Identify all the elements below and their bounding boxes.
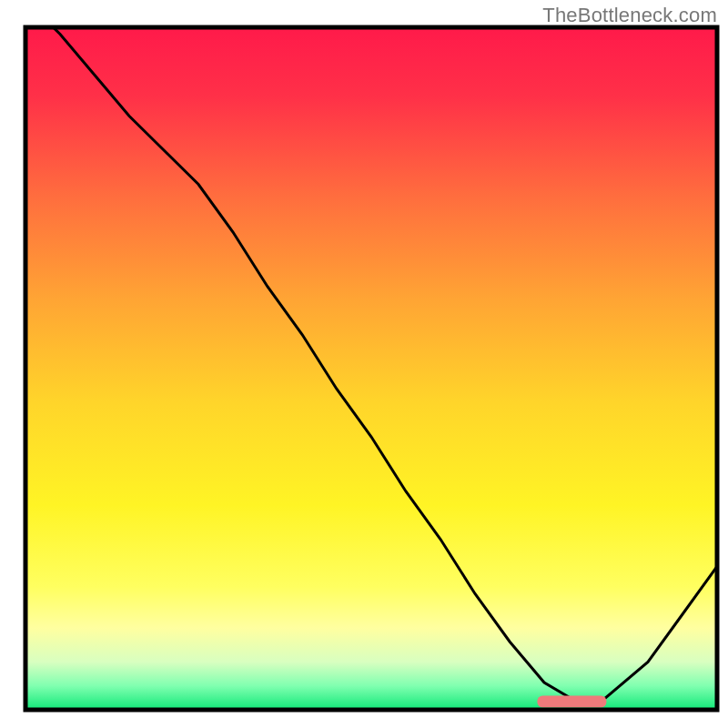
bottleneck-chart bbox=[0, 0, 728, 728]
gradient-background bbox=[25, 27, 717, 710]
optimal-range-marker bbox=[537, 696, 606, 708]
chart-container: TheBottleneck.com bbox=[0, 0, 728, 728]
watermark-text: TheBottleneck.com bbox=[542, 4, 717, 27]
